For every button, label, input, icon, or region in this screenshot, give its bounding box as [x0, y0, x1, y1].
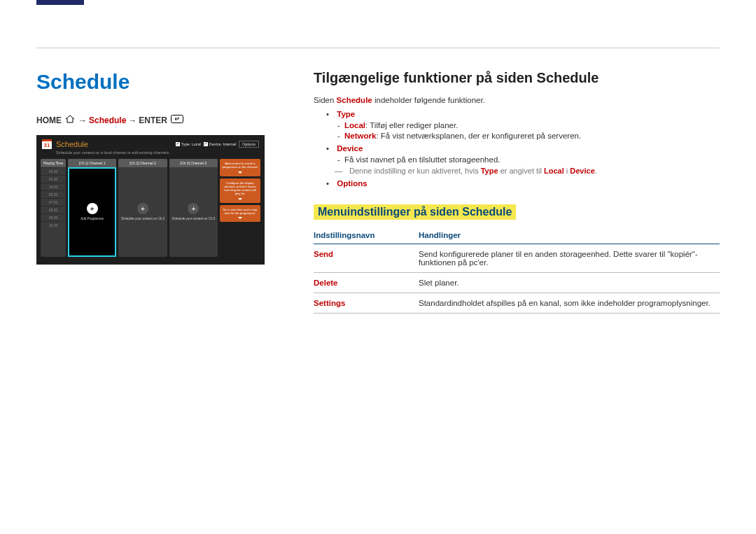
top-divider [36, 48, 720, 48]
mock-channel-3: [Ch.3] Channel 3 + Schedule your content… [169, 159, 218, 257]
feature-options: Options [314, 179, 720, 188]
ch1-label: Add Programme [79, 217, 105, 220]
table-row: Send Send konfigurerede planer til en an… [314, 244, 720, 273]
device-note: Denne indstilling er kun aktiveret, hvis… [335, 167, 720, 175]
right-column: Tilgængelige funktioner på siden Schedul… [314, 70, 720, 314]
chevron-down-icon [238, 217, 242, 219]
mock-title: Schedule [56, 140, 88, 148]
chevron-down-icon [238, 171, 242, 174]
check-icon [176, 142, 180, 146]
time-row: 14:00 [41, 183, 66, 190]
arrow-2: → [128, 115, 136, 125]
mock-channel-2: [Ch.2] Channel 2 + Schedule your content… [118, 159, 167, 257]
mock-device-toggle: Device: Internal [204, 141, 236, 148]
feature-device: Device Få vist navnet på en tilsluttet s… [314, 144, 720, 175]
col-header-name: Indstillingsnavn [314, 227, 419, 244]
time-row: 05:00 [41, 190, 66, 198]
dash-icon [335, 167, 345, 175]
chevron-down-icon [238, 198, 242, 200]
check-icon [204, 142, 208, 146]
page-title: Schedule [36, 70, 267, 94]
ch2-label: Schedule your content on Ch.2 [120, 217, 166, 220]
section-heading: Tilgængelige funktioner på siden Schedul… [314, 70, 720, 86]
ch1-highlight: + Add Programme [68, 167, 116, 257]
table-row: Settings Standardindholdet afspilles på … [314, 293, 720, 314]
type-local: Local: Tilføj eller rediger planer. [314, 121, 720, 129]
tip-3: Set a start time and a stop time for the… [220, 205, 260, 223]
ch3-header: [Ch.3] Channel 3 [169, 159, 218, 167]
time-row: 07:00 [41, 198, 66, 206]
plus-icon: + [137, 203, 148, 214]
accent-bar [36, 0, 84, 5]
time-row: 08:00 [41, 206, 66, 213]
enter-icon [171, 115, 183, 125]
time-row: 00:00 [41, 167, 66, 175]
row-action: Standardindholdet afspilles på en kanal,… [419, 293, 720, 314]
ch3-label: Schedule your content on Ch.3 [170, 217, 216, 220]
calendar-icon: 31 [42, 139, 52, 149]
row-action: Slet planer. [419, 273, 720, 293]
device-line: Få vist navnet på en tilsluttet storagee… [314, 155, 720, 164]
mock-channel-1: [Ch.1] Channel 1 + Add Programme [68, 159, 116, 257]
col-header-action: Handlinger [419, 227, 720, 244]
feature-type: Type Local: Tilføj eller rediger planer.… [314, 110, 720, 140]
home-icon [65, 115, 75, 125]
mock-top-controls: Type: Local Device: Internal Options [176, 141, 259, 148]
time-row: 10:00 [41, 221, 66, 229]
mock-body: Playing Time 00:00 01:00 14:00 05:00 07:… [36, 159, 265, 257]
mock-tips-column: Add content to create a programme on the… [220, 159, 260, 257]
intro-text: Siden Schedule indeholder følgende funkt… [314, 96, 720, 104]
mock-time-column: Playing Time 00:00 01:00 14:00 05:00 07:… [41, 159, 66, 257]
mock-subtitle: Schedule your content on a local channel… [36, 150, 265, 159]
ch1-header: [Ch.1] Channel 1 [68, 159, 116, 167]
breadcrumb-enter: ENTER [139, 115, 167, 125]
mock-header: 31 Schedule Type: Local Device: Internal… [36, 135, 265, 150]
row-action: Send konfigurerede planer til en anden s… [419, 244, 720, 273]
breadcrumb: HOME → Schedule → ENTER [36, 115, 267, 125]
options-table: Indstillingsnavn Handlinger Send Send ko… [314, 227, 720, 314]
left-column: Schedule HOME → Schedule → ENTER 31 Sche… [36, 70, 267, 265]
mock-options-button: Options [239, 141, 259, 148]
breadcrumb-home: HOME [36, 115, 62, 125]
type-network: Network: Få vist netværksplanen, der er … [314, 132, 720, 140]
schedule-screenshot: 31 Schedule Type: Local Device: Internal… [36, 135, 265, 265]
time-row: 09:00 [41, 213, 66, 221]
mock-type-toggle: Type: Local [176, 141, 201, 148]
feature-list: Type Local: Tilføj eller rediger planer.… [314, 110, 720, 188]
row-name: Settings [314, 293, 419, 314]
ch2-header: [Ch.2] Channel 2 [118, 159, 167, 167]
tip-1: Add content to create a programme on the… [220, 159, 260, 176]
time-row: 01:00 [41, 175, 66, 183]
plus-icon: + [188, 203, 199, 214]
time-header: Playing Time [41, 159, 66, 167]
tip-2: Configure the display duration so that i… [220, 178, 260, 203]
menu-heading: Menuindstillinger på siden Schedule [314, 204, 516, 220]
row-name: Delete [314, 273, 419, 293]
table-row: Delete Slet planer. [314, 273, 720, 293]
row-name: Send [314, 244, 419, 273]
breadcrumb-schedule: Schedule [89, 115, 126, 125]
plus-icon: + [87, 203, 98, 214]
arrow-1: → [78, 115, 87, 125]
